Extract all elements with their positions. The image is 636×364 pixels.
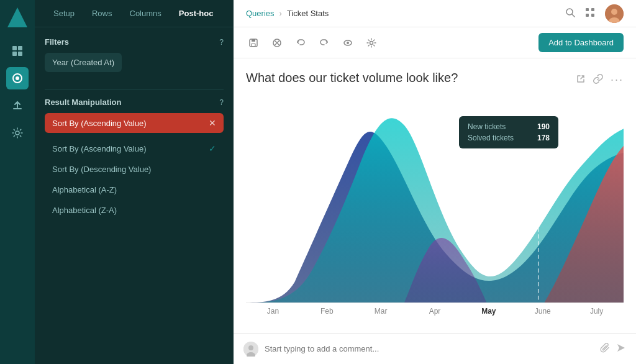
sort-option-ascending[interactable]: Sort By (Ascending Value) ✓ bbox=[45, 138, 224, 159]
svg-rect-12 bbox=[591, 14, 594, 17]
apps-grid-icon[interactable] bbox=[585, 7, 595, 20]
comment-bar bbox=[234, 333, 636, 364]
tooltip-new-tickets-label: New tickets bbox=[468, 122, 506, 131]
sidebar-icon-upload[interactable] bbox=[6, 94, 29, 117]
sort-option-alpha-az-label: Alphabetical (A-Z) bbox=[52, 185, 117, 194]
x-label-jan: Jan bbox=[246, 307, 300, 316]
attachment-icon[interactable] bbox=[600, 343, 610, 355]
header-actions bbox=[565, 4, 624, 23]
chart-title: What does our ticket volume look like? bbox=[246, 71, 458, 85]
svg-point-24 bbox=[370, 41, 373, 44]
sidebar-icon-active[interactable] bbox=[6, 67, 29, 89]
tooltip-solved-tickets-label: Solved tickets bbox=[468, 134, 514, 142]
comment-avatar bbox=[243, 342, 258, 357]
toolbar-left bbox=[246, 35, 379, 50]
chart-area: What does our ticket volume look like? ·… bbox=[234, 58, 636, 333]
comment-input[interactable] bbox=[265, 344, 594, 353]
svg-point-5 bbox=[16, 76, 19, 80]
x-label-apr: Apr bbox=[408, 307, 462, 316]
result-manipulation-header: Result Manipulation ? bbox=[45, 98, 224, 107]
save-icon[interactable] bbox=[246, 35, 261, 50]
close-sort-icon[interactable]: ✕ bbox=[209, 118, 216, 128]
toolbar: Add to Dashboard bbox=[234, 27, 636, 58]
svg-rect-3 bbox=[18, 52, 22, 56]
svg-rect-11 bbox=[586, 14, 589, 17]
user-avatar[interactable] bbox=[605, 4, 624, 23]
result-manipulation-title: Result Manipulation bbox=[45, 98, 122, 107]
breadcrumb-queries[interactable]: Queries bbox=[246, 9, 275, 18]
filters-section-header: Filters ? bbox=[45, 37, 224, 47]
svg-rect-0 bbox=[12, 46, 17, 50]
close-circle-icon[interactable] bbox=[270, 35, 284, 50]
svg-point-27 bbox=[248, 345, 253, 350]
x-label-may: May bbox=[461, 307, 516, 316]
breadcrumb-current: Ticket Stats bbox=[287, 9, 329, 18]
result-help[interactable]: ? bbox=[219, 98, 224, 107]
gear-icon[interactable] bbox=[364, 35, 379, 50]
chart-tooltip: New tickets 190 Solved tickets 178 bbox=[459, 116, 558, 148]
divider bbox=[45, 89, 224, 90]
sidebar-icon-grid[interactable] bbox=[6, 40, 29, 62]
tab-rows[interactable]: Rows bbox=[83, 4, 121, 23]
sidebar-icon-settings[interactable] bbox=[6, 122, 29, 144]
svg-rect-9 bbox=[586, 8, 589, 11]
breadcrumb: Queries › Ticket Stats bbox=[246, 9, 329, 18]
svg-line-8 bbox=[572, 14, 575, 17]
svg-point-6 bbox=[16, 131, 19, 135]
side-panel: Setup Rows Columns Post-hoc Filters ? Ye… bbox=[35, 0, 234, 364]
sort-option-descending-label: Sort By (Descending Value) bbox=[52, 165, 151, 174]
tab-post-hoc[interactable]: Post-hoc bbox=[170, 4, 222, 23]
sort-check-ascending: ✓ bbox=[209, 143, 216, 153]
filters-title: Filters bbox=[45, 37, 69, 47]
header-bar: Queries › Ticket Stats bbox=[234, 0, 636, 27]
sort-option-descending[interactable]: Sort By (Descending Value) bbox=[45, 159, 224, 180]
search-icon[interactable] bbox=[565, 7, 575, 20]
filter-chip[interactable]: Year (Created At) bbox=[45, 53, 122, 72]
breadcrumb-separator: › bbox=[279, 9, 282, 18]
tooltip-new-tickets-value: 190 bbox=[537, 122, 550, 131]
sort-option-alpha-za[interactable]: Alphabetical (Z-A) bbox=[45, 200, 224, 221]
icon-sidebar bbox=[0, 0, 35, 364]
svg-rect-10 bbox=[591, 8, 594, 11]
svg-rect-2 bbox=[12, 52, 17, 56]
tab-columns[interactable]: Columns bbox=[121, 4, 170, 23]
sort-option-alpha-za-label: Alphabetical (Z-A) bbox=[52, 206, 117, 215]
link-icon[interactable] bbox=[593, 74, 603, 86]
x-label-july: July bbox=[570, 307, 624, 316]
x-label-june: June bbox=[516, 307, 570, 316]
svg-point-23 bbox=[347, 42, 349, 44]
app-logo[interactable] bbox=[7, 7, 27, 27]
sort-selected-chip[interactable]: Sort By (Ascending Value) ✕ bbox=[45, 113, 224, 133]
panel-content: Filters ? Year (Created At) Result Manip… bbox=[35, 27, 234, 364]
sort-option-alpha-az[interactable]: Alphabetical (A-Z) bbox=[45, 180, 224, 200]
chart-container: New tickets 190 Solved tickets 178 bbox=[246, 91, 624, 303]
tooltip-new-tickets-row: New tickets 190 bbox=[468, 122, 550, 131]
external-link-icon[interactable] bbox=[576, 74, 586, 86]
add-to-dashboard-button[interactable]: Add to Dashboard bbox=[538, 33, 624, 52]
svg-rect-17 bbox=[252, 39, 255, 42]
sort-option-ascending-label: Sort By (Ascending Value) bbox=[52, 144, 147, 153]
tab-setup[interactable]: Setup bbox=[45, 4, 83, 23]
tooltip-solved-tickets-value: 178 bbox=[537, 134, 550, 142]
main-content: Queries › Ticket Stats bbox=[234, 0, 636, 364]
undo-icon[interactable] bbox=[293, 35, 308, 50]
svg-rect-1 bbox=[18, 46, 22, 50]
nav-tabs: Setup Rows Columns Post-hoc bbox=[35, 0, 234, 27]
send-icon[interactable] bbox=[616, 343, 626, 355]
tooltip-solved-tickets-row: Solved tickets 178 bbox=[468, 134, 550, 142]
redo-icon[interactable] bbox=[317, 35, 332, 50]
x-label-mar: Mar bbox=[354, 307, 408, 316]
x-axis: Jan Feb Mar Apr May June July bbox=[246, 303, 624, 319]
svg-point-14 bbox=[611, 9, 617, 15]
more-options-icon[interactable]: ··· bbox=[611, 73, 624, 86]
sort-selected-label: Sort By (Ascending Value) bbox=[52, 119, 147, 128]
comment-icons bbox=[600, 343, 626, 355]
filters-help[interactable]: ? bbox=[219, 38, 224, 47]
x-label-feb: Feb bbox=[300, 307, 354, 316]
eye-icon[interactable] bbox=[340, 35, 355, 50]
